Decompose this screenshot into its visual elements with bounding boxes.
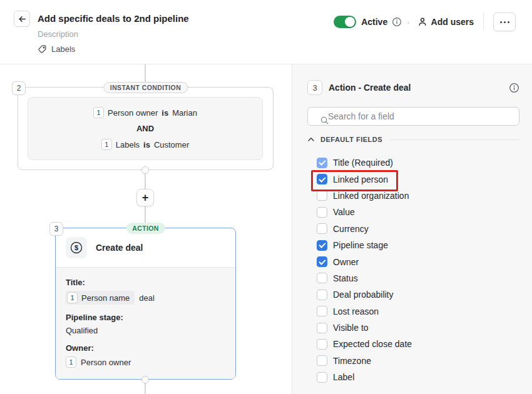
topbar: Add specific deals to 2nd pipeline Descr… <box>0 0 532 64</box>
connector-dot <box>141 166 149 174</box>
action-node-title: Create deal <box>96 243 143 253</box>
more-options-button[interactable] <box>493 13 516 31</box>
add-users-label: Add users <box>431 17 474 27</box>
checkbox[interactable] <box>317 306 327 316</box>
field-checkbox-row[interactable]: Linked person <box>317 171 519 187</box>
checkbox[interactable] <box>317 290 327 300</box>
checkbox[interactable] <box>317 223 327 234</box>
field-checkbox-row[interactable]: Lost reason <box>317 303 519 320</box>
info-icon[interactable] <box>509 83 519 93</box>
pipeline-stage-value: Qualified <box>66 326 225 335</box>
tag-icon <box>38 44 47 54</box>
checkbox[interactable] <box>317 323 327 333</box>
checkbox[interactable] <box>317 355 327 366</box>
field-checkbox-row[interactable]: Visible to <box>317 320 519 336</box>
svg-text:$: $ <box>74 244 78 251</box>
instant-condition-badge: INSTANT CONDITION <box>103 82 188 93</box>
workflow-canvas: 2 INSTANT CONDITION 1 Person owner is Ma… <box>0 64 292 394</box>
toggle-knob <box>345 17 355 27</box>
add-users-button[interactable]: Add users <box>417 17 474 27</box>
section-title: DEFAULT FIELDS <box>320 136 382 143</box>
owner-value: 1 Person owner <box>66 356 225 368</box>
checkbox[interactable] <box>317 273 327 283</box>
field-checkbox-row[interactable]: Expected close date <box>317 336 519 352</box>
back-button[interactable] <box>14 11 30 27</box>
count-chip: 1 <box>93 107 104 118</box>
action-badge: ACTION <box>126 223 165 234</box>
title-suffix: deal <box>139 293 155 303</box>
checkbox[interactable] <box>317 339 327 350</box>
labels-label: Labels <box>51 44 75 54</box>
ellipsis-icon <box>500 21 502 23</box>
logic-separator: AND <box>136 124 154 133</box>
add-step-button[interactable]: + <box>136 189 154 206</box>
labels-button[interactable]: Labels <box>38 44 189 54</box>
info-icon[interactable] <box>392 17 402 27</box>
condition-value: Customer <box>154 140 189 149</box>
step-number-badge: 3 <box>307 80 322 95</box>
panel-title: Action - Create deal <box>329 83 503 93</box>
count-chip: 1 <box>101 139 112 150</box>
field-checkbox-row[interactable]: Currency <box>317 221 519 237</box>
arrow-left-icon <box>18 14 27 24</box>
checkbox <box>317 158 327 168</box>
person-name-token: 1 Person name <box>66 291 135 305</box>
condition-operator: is <box>143 140 150 149</box>
section-divider <box>391 139 519 140</box>
node-number-badge: 2 <box>12 81 26 95</box>
node-number-badge: 3 <box>49 222 63 236</box>
deal-title-label: Title: <box>66 278 225 288</box>
condition-field: Person owner <box>108 108 158 118</box>
owner-label: Owner: <box>66 343 225 353</box>
condition-field: Labels <box>116 140 140 149</box>
field-checkbox-row[interactable]: Status <box>317 270 519 286</box>
automation-editor: Add specific deals to 2nd pipeline Descr… <box>0 0 532 394</box>
action-node-details: Title: 1 Person name deal Pipeline stage… <box>56 267 235 379</box>
checkbox[interactable] <box>317 372 327 383</box>
page-title: Add specific deals to 2nd pipeline <box>38 11 189 27</box>
condition-row: 1 Labels is Customer <box>101 139 190 150</box>
action-create-deal-node[interactable]: 3 ACTION $ Create deal Title: <box>55 228 236 380</box>
instant-condition-node[interactable]: 2 INSTANT CONDITION 1 Person owner is Ma… <box>18 87 274 170</box>
active-label: Active <box>361 17 387 27</box>
field-checkbox-row[interactable]: Linked organization <box>317 188 519 204</box>
field-checkbox-row[interactable]: Label <box>317 369 519 385</box>
description-placeholder[interactable]: Description <box>38 29 189 39</box>
checkbox[interactable] <box>317 207 327 218</box>
checkbox[interactable] <box>317 174 327 184</box>
field-checkbox-row[interactable]: Timezone <box>317 353 519 369</box>
chevron-up-icon <box>307 136 315 143</box>
field-checkbox-row[interactable]: Value <box>317 204 519 220</box>
search-field-input[interactable] <box>307 107 519 126</box>
default-fields-list: Title (Required) Linked person Linked or… <box>307 154 519 385</box>
divider <box>483 14 484 30</box>
pipeline-stage-label: Pipeline stage: <box>66 313 225 323</box>
condition-value: Marian <box>172 108 197 118</box>
condition-row: 1 Person owner is Marian <box>93 107 197 118</box>
condition-summary: 1 Person owner is Marian AND 1 Labels is… <box>28 97 263 160</box>
field-checkbox-row[interactable]: Owner <box>317 253 519 270</box>
checkbox[interactable] <box>317 240 327 251</box>
field-checkbox-row[interactable]: Pipeline stage <box>317 237 519 253</box>
person-icon <box>417 17 427 27</box>
deal-dollar-icon: $ <box>66 237 87 258</box>
checkbox[interactable] <box>317 256 327 267</box>
condition-operator: is <box>161 108 168 118</box>
default-fields-section-toggle[interactable]: DEFAULT FIELDS <box>307 134 519 144</box>
active-toggle[interactable] <box>334 16 356 28</box>
connector-dot <box>141 376 149 383</box>
field-checkbox-row: Title (Required) <box>317 154 519 171</box>
action-settings-panel: 3 Action - Create deal <box>292 64 532 394</box>
checkbox[interactable] <box>317 190 327 201</box>
field-checkbox-row[interactable]: Deal probability <box>317 286 519 303</box>
dot-separator: · <box>407 18 409 27</box>
